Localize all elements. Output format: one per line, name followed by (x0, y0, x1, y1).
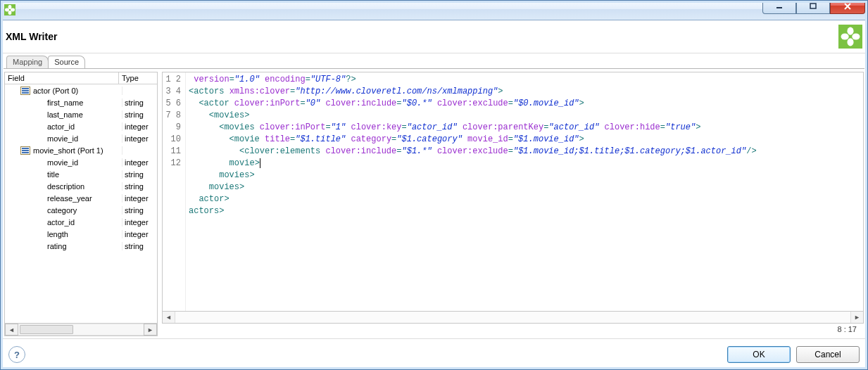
editor-scroll-track[interactable] (175, 312, 850, 323)
svg-point-4 (11, 8, 15, 12)
port-icon (20, 87, 30, 95)
field-type: string (122, 242, 157, 250)
port-row[interactable]: actor (Port 0) (5, 84, 157, 96)
field-row[interactable]: ratingstring (5, 240, 157, 252)
help-button[interactable]: ? (8, 346, 25, 363)
window-maximize-button[interactable] (796, 0, 830, 14)
field-name: description (8, 182, 84, 191)
field-name: first_name (8, 98, 83, 107)
field-row[interactable]: lengthinteger (5, 228, 157, 240)
svg-point-1 (8, 5, 12, 9)
tab-bar: Mapping Source (4, 53, 864, 68)
svg-point-10 (852, 33, 860, 39)
window-titlebar (0, 0, 868, 20)
port-row[interactable]: movie_short (Port 1) (5, 144, 157, 156)
field-column-header[interactable]: Field (5, 72, 119, 84)
field-name: release_year (8, 194, 92, 203)
field-type: string (122, 206, 157, 215)
field-name: actor_id (8, 122, 75, 131)
field-type: string (122, 182, 157, 191)
scroll-track[interactable] (18, 324, 144, 336)
svg-rect-5 (776, 7, 782, 8)
field-name: length (8, 230, 68, 238)
scroll-thumb[interactable] (20, 325, 73, 334)
ok-button[interactable]: OK (727, 346, 791, 363)
field-type: integer (122, 230, 157, 238)
field-row[interactable]: movie_idinteger (5, 156, 157, 168)
field-row[interactable]: first_namestring (5, 96, 157, 108)
field-type: string (122, 110, 157, 119)
caret-position: 8 : 17 (162, 324, 864, 336)
field-row[interactable]: actor_idinteger (5, 120, 157, 132)
field-row[interactable]: descriptionstring (5, 180, 157, 192)
field-type: integer (122, 194, 157, 203)
svg-point-3 (5, 8, 9, 12)
source-code-area[interactable]: version="1.0" encoding="UTF-8"?> <actors… (186, 72, 863, 311)
field-name: rating (8, 242, 67, 250)
field-tree-hscrollbar[interactable]: ◄ ► (5, 323, 157, 336)
scroll-right-button[interactable]: ► (144, 324, 157, 336)
line-number-gutter: 1 2 3 4 5 6 7 8 9 10 11 12 (163, 72, 186, 311)
svg-point-2 (8, 11, 12, 15)
port-icon (20, 146, 30, 155)
clover-icon (838, 25, 862, 49)
dialog-title: XML Writer (6, 31, 838, 42)
field-row[interactable]: movie_idinteger (5, 132, 157, 144)
dialog-header: XML Writer (0, 20, 868, 53)
field-name: movie_id (8, 158, 78, 167)
field-row[interactable]: actor_idinteger (5, 216, 157, 228)
port-label: actor (Port 0) (33, 87, 78, 95)
field-name: category (8, 206, 77, 215)
svg-point-9 (841, 33, 849, 39)
field-type: integer (122, 134, 157, 143)
editor-scroll-right-button[interactable]: ► (850, 312, 863, 323)
svg-point-8 (847, 38, 853, 46)
source-editor[interactable]: 1 2 3 4 5 6 7 8 9 10 11 12 version="1.0"… (162, 72, 864, 312)
field-name: movie_id (8, 134, 78, 143)
field-row[interactable]: titlestring (5, 168, 157, 180)
field-type: integer (122, 122, 157, 131)
field-name: title (8, 170, 59, 179)
field-tree-header: Field Type (5, 72, 157, 84)
field-row[interactable]: categorystring (5, 204, 157, 216)
field-row[interactable]: last_namestring (5, 108, 157, 120)
editor-scroll-left-button[interactable]: ◄ (163, 312, 175, 323)
field-type: string (122, 170, 157, 179)
scroll-left-button[interactable]: ◄ (5, 324, 18, 336)
tab-source[interactable]: Source (48, 56, 85, 68)
window-close-button[interactable] (830, 0, 865, 14)
editor-hscrollbar[interactable]: ◄ ► (162, 312, 864, 324)
port-label: movie_short (Port 1) (33, 146, 103, 155)
svg-rect-6 (810, 4, 816, 8)
field-tree: Field Type actor (Port 0)first_namestrin… (4, 72, 158, 336)
dialog-footer: ? OK Cancel (0, 338, 868, 370)
tab-mapping[interactable]: Mapping (6, 56, 49, 68)
field-name: last_name (8, 110, 83, 119)
svg-point-7 (847, 27, 853, 35)
field-type: integer (122, 218, 157, 227)
app-icon (4, 4, 15, 15)
field-type: string (122, 98, 157, 107)
type-column-header[interactable]: Type (119, 72, 157, 84)
field-row[interactable]: release_yearinteger (5, 192, 157, 204)
field-name: actor_id (8, 218, 75, 227)
window-minimize-button[interactable] (762, 0, 796, 14)
cancel-button[interactable]: Cancel (796, 346, 860, 363)
field-type: integer (122, 158, 157, 167)
